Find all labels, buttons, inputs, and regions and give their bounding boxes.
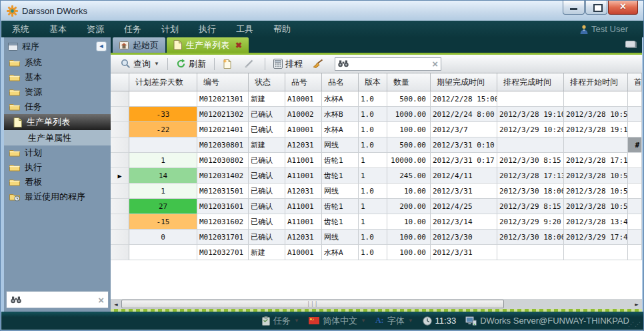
table-row[interactable]: -22M012021401已确认A10001水杯A1.0100.002012/3… bbox=[111, 122, 642, 137]
page-icon bbox=[173, 40, 182, 50]
column-header-8[interactable]: 排程完成时间 bbox=[497, 73, 564, 91]
menu-item-0[interactable]: 系统 bbox=[12, 23, 29, 35]
minimize-button[interactable] bbox=[563, 1, 585, 15]
column-header-4[interactable]: 品名 bbox=[322, 73, 359, 91]
sidebar-item-4[interactable]: 生产单列表 bbox=[4, 114, 111, 130]
schedule-button[interactable]: 排程 bbox=[271, 57, 305, 71]
sidebar-item-5[interactable]: 生产单属性 bbox=[4, 130, 111, 145]
table-row[interactable]: ▶14M012031402已确认A11001齿轮11245.002012/4/1… bbox=[111, 168, 642, 184]
menu-item-6[interactable]: 工具 bbox=[236, 23, 253, 35]
menu-item-7[interactable]: 帮助 bbox=[273, 23, 291, 35]
resize-grip-icon[interactable]: ⋰⋰ bbox=[628, 321, 641, 328]
query-label: 查询 bbox=[133, 58, 151, 70]
cell-code: M012030801 bbox=[197, 137, 249, 153]
scrollbar-thumb[interactable]: ||| bbox=[121, 300, 504, 308]
sidebar-item-3[interactable]: 任务 bbox=[4, 99, 111, 114]
column-header-1[interactable]: 编号 bbox=[197, 73, 249, 91]
tab-0[interactable]: 起始页 bbox=[113, 37, 165, 53]
sidebar-item-label: 计划 bbox=[25, 147, 42, 159]
table-row[interactable]: M012032701新建A10001水杯A1.0100.002012/3/31 bbox=[111, 245, 642, 260]
status-clock: 11:33 bbox=[423, 316, 457, 326]
cell-status: 已确认 bbox=[249, 107, 285, 122]
table-row[interactable]: 27M012031601已确认A11001齿轮11200.002012/4/25… bbox=[111, 199, 642, 214]
cell-qty: 10.00 bbox=[387, 184, 431, 199]
table-row[interactable]: M012030801新建A12031网线1.0500.002012/3/31 0… bbox=[111, 137, 642, 153]
tab-close-icon[interactable]: ✖ bbox=[235, 41, 242, 50]
row-indicator bbox=[111, 91, 129, 107]
menu-item-5[interactable]: 执行 bbox=[199, 23, 216, 35]
title-bar[interactable]: Darsson DWorks bbox=[1, 1, 643, 21]
status-language-menu[interactable]: 简体中文 ▼ bbox=[309, 315, 366, 327]
sidebar-item-7[interactable]: 执行 bbox=[4, 160, 111, 175]
china-flag-icon bbox=[309, 317, 319, 324]
sidebar-item-9[interactable]: 最近使用的程序 bbox=[4, 190, 111, 204]
sidebar-header: 程序 ◄ bbox=[4, 37, 111, 55]
sidebar-item-6[interactable]: 计划 bbox=[4, 145, 111, 160]
table-row[interactable]: 0M012031701已确认A12031网线1.0100.002012/3/30… bbox=[111, 230, 642, 245]
task-dropdown-icon[interactable]: ▼ bbox=[294, 318, 299, 324]
new-button[interactable] bbox=[220, 57, 237, 71]
column-header-3[interactable]: 品号 bbox=[285, 73, 322, 91]
restore-button[interactable] bbox=[585, 1, 607, 15]
sidebar-item-2[interactable]: 资源 bbox=[4, 85, 111, 99]
column-header-9[interactable]: 排程开始时间 bbox=[564, 73, 628, 91]
query-dropdown-icon[interactable]: ▼ bbox=[154, 61, 159, 67]
sidebar-item-8[interactable]: 看板 bbox=[4, 175, 111, 190]
partial-column-header[interactable]: 首 bbox=[628, 73, 642, 91]
table-row[interactable]: 1M012031501已确认A12031网线1.010.002012/3/312… bbox=[111, 184, 642, 199]
window-title: Darsson DWorks bbox=[22, 6, 87, 16]
menu-item-4[interactable]: 计划 bbox=[161, 23, 179, 35]
column-header-0[interactable]: 计划差异天数 bbox=[129, 73, 197, 91]
sidebar-search-clear-icon[interactable]: × bbox=[98, 294, 104, 306]
menu-item-1[interactable]: 基本 bbox=[49, 23, 67, 35]
scroll-right-icon[interactable]: ► bbox=[631, 299, 642, 309]
cell-status: 已确认 bbox=[249, 153, 285, 168]
sidebar-search-box[interactable]: × bbox=[6, 291, 109, 308]
edit-button[interactable] bbox=[241, 57, 259, 70]
tab-strip: 起始页生产单列表✖ bbox=[111, 37, 642, 53]
clean-button[interactable] bbox=[309, 57, 329, 70]
cell-version: 1 bbox=[359, 199, 387, 214]
status-task-menu[interactable]: 任务 ▼ bbox=[262, 315, 299, 327]
refresh-button[interactable]: 刷新 bbox=[173, 57, 209, 71]
language-dropdown-icon[interactable]: ▼ bbox=[361, 318, 366, 324]
user-box[interactable]: Test User bbox=[580, 21, 628, 37]
sidebar-item-label: 生产单属性 bbox=[28, 132, 71, 144]
cell-item_name: 齿轮1 bbox=[322, 168, 359, 184]
font-icon: A: bbox=[375, 316, 384, 326]
cell-partial bbox=[628, 107, 642, 122]
table-row[interactable]: -33M012021302已确认A10002水杯B1.01000.002012/… bbox=[111, 107, 642, 122]
column-header-6[interactable]: 数量 bbox=[387, 73, 431, 91]
sidebar-item-0[interactable]: 系统 bbox=[4, 55, 111, 70]
schedule-label: 排程 bbox=[285, 58, 303, 70]
cell-sched_start: 2012/3/28 10:52 bbox=[564, 184, 628, 199]
horizontal-scrollbar[interactable]: ◄ ||| ► bbox=[111, 299, 642, 309]
sidebar-collapse-button[interactable]: ◄ bbox=[96, 41, 107, 51]
cell-code: M012031701 bbox=[197, 230, 249, 245]
tab-1[interactable]: 生产单列表✖ bbox=[167, 37, 249, 53]
cell-diff: 27 bbox=[129, 199, 197, 214]
cell-item_no: A10001 bbox=[285, 245, 322, 260]
filter-search-box[interactable]: × bbox=[335, 57, 441, 71]
column-header-2[interactable]: 状态 bbox=[249, 73, 285, 91]
close-button[interactable] bbox=[608, 1, 638, 15]
menu-item-2[interactable]: 资源 bbox=[87, 23, 104, 35]
table-row[interactable]: M012021301新建A10001水杯A1.0500.002012/2/28 … bbox=[111, 91, 642, 107]
status-font-menu[interactable]: A: 字体 ▼ bbox=[375, 315, 413, 327]
table-row[interactable]: -15M012031602已确认A11001齿轮1110.002012/3/14… bbox=[111, 214, 642, 230]
filter-search-clear-icon[interactable]: × bbox=[432, 58, 438, 69]
font-dropdown-icon[interactable]: ▼ bbox=[408, 318, 413, 324]
cell-status: 新建 bbox=[249, 245, 285, 260]
scroll-left-icon[interactable]: ◄ bbox=[111, 299, 121, 309]
binoculars-icon bbox=[11, 296, 21, 304]
sidebar-item-1[interactable]: 基本 bbox=[4, 70, 111, 85]
cell-qty: 500.00 bbox=[387, 137, 431, 153]
column-header-7[interactable]: 期望完成时间 bbox=[431, 73, 497, 91]
page-icon bbox=[13, 117, 22, 127]
tab-panel-icon[interactable] bbox=[625, 41, 635, 47]
menu-item-3[interactable]: 任务 bbox=[124, 23, 141, 35]
query-button[interactable]: 查询 ▼ bbox=[118, 57, 162, 71]
status-server[interactable]: DWorks Server@FUNWAY-THINKPAD bbox=[465, 316, 629, 326]
column-header-5[interactable]: 版本 bbox=[359, 73, 387, 91]
table-row[interactable]: 1M012030802已确认A11001齿轮1110000.002012/3/3… bbox=[111, 153, 642, 168]
